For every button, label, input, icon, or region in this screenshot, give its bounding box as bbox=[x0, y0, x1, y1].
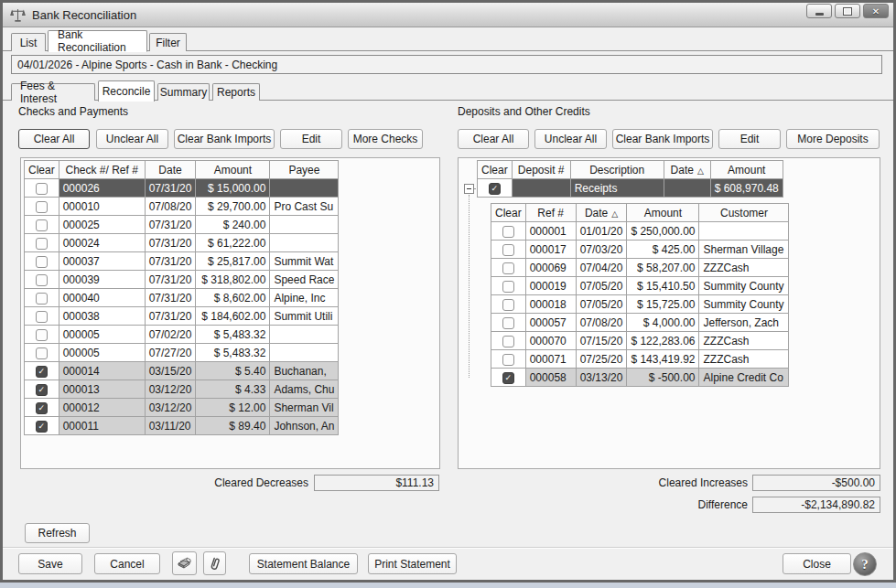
tab-bank-reconciliation[interactable]: Bank Reconciliation bbox=[48, 30, 147, 52]
col-description[interactable]: Description bbox=[570, 161, 664, 179]
table-row[interactable]: 00000101/01/20$ 250,000.00 bbox=[491, 222, 789, 241]
tab-summary[interactable]: Summary bbox=[157, 83, 210, 101]
col-customer[interactable]: Customer bbox=[699, 204, 789, 222]
clear-checkbox[interactable] bbox=[36, 238, 48, 250]
table-row[interactable]: 00006907/04/20$ 58,207.00ZZZCash bbox=[491, 259, 789, 277]
checks-edit-button[interactable]: Edit bbox=[280, 129, 342, 149]
table-row[interactable]: 00007007/15/20$ 122,283.06ZZZCash bbox=[491, 332, 789, 350]
clear-checkbox[interactable]: ✓ bbox=[36, 366, 48, 378]
table-row[interactable]: 00007107/25/20$ 143,419.92ZZZCash bbox=[491, 350, 789, 369]
clear-checkbox[interactable] bbox=[502, 244, 514, 256]
table-row[interactable]: 00000507/27/20$ 5,483.32 bbox=[25, 344, 339, 362]
tab-reconcile[interactable]: Reconcile bbox=[98, 80, 155, 102]
clear-checkbox[interactable] bbox=[502, 317, 514, 329]
deposits-more-deposits-button[interactable]: More Deposits bbox=[786, 129, 880, 149]
checks-clear-all-button[interactable]: Clear All bbox=[18, 129, 90, 149]
col-date[interactable]: Date△ bbox=[576, 204, 627, 222]
table-row[interactable]: ✓00001203/12/20$ 12.00Sherman Vil bbox=[25, 399, 339, 417]
cleared-decreases-field[interactable]: $111.13 bbox=[314, 475, 439, 491]
table-row[interactable]: 00001807/05/20$ 15,725.00Summity County bbox=[491, 295, 789, 314]
clear-checkbox[interactable] bbox=[36, 347, 48, 359]
clear-checkbox[interactable] bbox=[36, 256, 48, 268]
clear-checkbox[interactable] bbox=[36, 329, 48, 341]
clear-checkbox[interactable] bbox=[36, 219, 48, 231]
col-deposit[interactable]: Deposit # bbox=[512, 161, 570, 179]
clear-checkbox[interactable] bbox=[36, 274, 48, 286]
tab-reports[interactable]: Reports bbox=[212, 83, 260, 101]
refresh-button[interactable]: Refresh bbox=[25, 523, 90, 543]
col-amount[interactable]: Amount bbox=[627, 204, 699, 222]
cleared-increases-field[interactable]: -$500.00 bbox=[752, 475, 880, 491]
table-row[interactable]: 00002507/31/20$ 240.00 bbox=[25, 216, 339, 234]
tab-fees-interest[interactable]: Fees & Interest bbox=[11, 83, 95, 101]
table-row[interactable]: 00001907/05/20$ 15,410.50Summity County bbox=[491, 277, 789, 295]
close-window-button[interactable]: ✕ bbox=[863, 4, 889, 18]
clear-checkbox[interactable] bbox=[36, 183, 48, 195]
table-row[interactable]: ✓Receipts$ 608,970.48 bbox=[478, 179, 783, 198]
clear-checkbox[interactable] bbox=[36, 293, 48, 305]
checks-clear-bank-imports-button[interactable]: Clear Bank Imports bbox=[174, 129, 275, 149]
table-row[interactable]: ✓00005803/13/20$ -500.00Alpine Credit Co bbox=[491, 369, 789, 387]
clear-checkbox[interactable] bbox=[502, 226, 514, 238]
difference-field[interactable]: -$2,134,890.82 bbox=[752, 497, 880, 513]
cancel-button[interactable]: Cancel bbox=[94, 553, 160, 574]
print-statement-button[interactable]: Print Statement bbox=[368, 553, 457, 574]
table-row[interactable]: 00005707/08/20$ 4,000.00Jefferson, Zach bbox=[491, 314, 789, 332]
col-clear[interactable]: Clear bbox=[491, 204, 526, 222]
deposits-clear-all-button[interactable]: Clear All bbox=[458, 129, 529, 149]
col-clear[interactable]: Clear bbox=[478, 161, 513, 179]
checks-unclear-all-button[interactable]: Unclear All bbox=[96, 129, 168, 149]
close-button[interactable]: Close bbox=[783, 553, 851, 574]
table-row[interactable]: 00003707/31/20$ 25,817.00Summit Wat bbox=[25, 252, 339, 271]
deposits-clear-bank-imports-button[interactable]: Clear Bank Imports bbox=[612, 129, 713, 149]
table-row[interactable]: 00003807/31/20$ 184,602.00Summit Utili bbox=[25, 307, 339, 326]
clear-checkbox[interactable] bbox=[36, 201, 48, 213]
col-amount[interactable]: Amount bbox=[196, 161, 270, 179]
table-row[interactable]: 00002607/31/20$ 15,000.00 bbox=[25, 179, 339, 198]
table-row[interactable]: 00001707/03/20$ 425.00Sherman Village bbox=[491, 241, 789, 259]
col-amount[interactable]: Amount bbox=[710, 161, 783, 179]
tree-collapse-toggle[interactable] bbox=[464, 184, 474, 194]
table-row[interactable]: ✓00001403/15/20$ 5.40Buchanan, bbox=[25, 362, 339, 380]
statement-balance-button[interactable]: Statement Balance bbox=[249, 553, 358, 574]
table-row[interactable]: 00000507/02/20$ 5,483.32 bbox=[25, 326, 339, 344]
clear-checkbox[interactable] bbox=[502, 262, 514, 274]
table-row[interactable]: ✓00001103/11/20$ 89.40Johnson, An bbox=[25, 417, 339, 435]
clear-checkbox[interactable]: ✓ bbox=[36, 384, 48, 396]
clear-checkbox[interactable] bbox=[36, 311, 48, 323]
col-payee[interactable]: Payee bbox=[270, 161, 339, 179]
clear-checkbox[interactable]: ✓ bbox=[489, 183, 501, 195]
save-button[interactable]: Save bbox=[18, 553, 82, 574]
col-clear[interactable]: Clear bbox=[25, 161, 59, 179]
col-date[interactable]: Date bbox=[145, 161, 196, 179]
account-field[interactable]: 04/01/2026 - Alpine Sports - Cash in Ban… bbox=[11, 55, 882, 74]
col-check-ref[interactable]: Check #/ Ref # bbox=[59, 161, 145, 179]
table-row[interactable]: 00002407/31/20$ 61,222.00 bbox=[25, 234, 339, 252]
print-button[interactable] bbox=[172, 551, 197, 575]
checks-list-panel[interactable]: Clear Check #/ Ref # Date Amount Payee 0… bbox=[20, 157, 440, 469]
minimize-button[interactable] bbox=[806, 4, 832, 18]
clear-checkbox[interactable]: ✓ bbox=[36, 421, 48, 433]
help-button[interactable]: ? bbox=[853, 552, 877, 576]
clear-checkbox[interactable]: ✓ bbox=[36, 402, 48, 414]
col-ref[interactable]: Ref # bbox=[525, 204, 576, 222]
table-row[interactable]: 00004007/31/20$ 8,602.00Alpine, Inc bbox=[25, 289, 339, 307]
table-row[interactable]: 00001007/08/20$ 29,700.00Pro Cast Su bbox=[25, 198, 339, 216]
title-bar[interactable]: Bank Reconciliation bbox=[3, 3, 893, 27]
clear-checkbox[interactable] bbox=[502, 354, 514, 366]
col-date[interactable]: Date△ bbox=[664, 161, 710, 179]
clear-checkbox[interactable] bbox=[502, 281, 514, 293]
deposits-edit-button[interactable]: Edit bbox=[718, 129, 781, 149]
restore-button[interactable] bbox=[835, 4, 860, 18]
tab-filter[interactable]: Filter bbox=[149, 33, 187, 51]
checks-more-checks-button[interactable]: More Checks bbox=[348, 129, 423, 149]
clear-checkbox[interactable] bbox=[502, 299, 514, 311]
clear-checkbox[interactable]: ✓ bbox=[502, 372, 514, 384]
table-row[interactable]: ✓00001303/12/20$ 4.33Adams, Chu bbox=[25, 380, 339, 399]
tab-list[interactable]: List bbox=[11, 33, 46, 51]
table-row[interactable]: 00003907/31/20$ 318,802.00Speed Race bbox=[25, 271, 339, 289]
deposits-unclear-all-button[interactable]: Unclear All bbox=[534, 129, 607, 149]
attachment-button[interactable] bbox=[203, 551, 226, 575]
deposits-list-panel[interactable]: Clear Deposit # Description Date△ Amount… bbox=[458, 157, 880, 469]
clear-checkbox[interactable] bbox=[502, 336, 514, 347]
